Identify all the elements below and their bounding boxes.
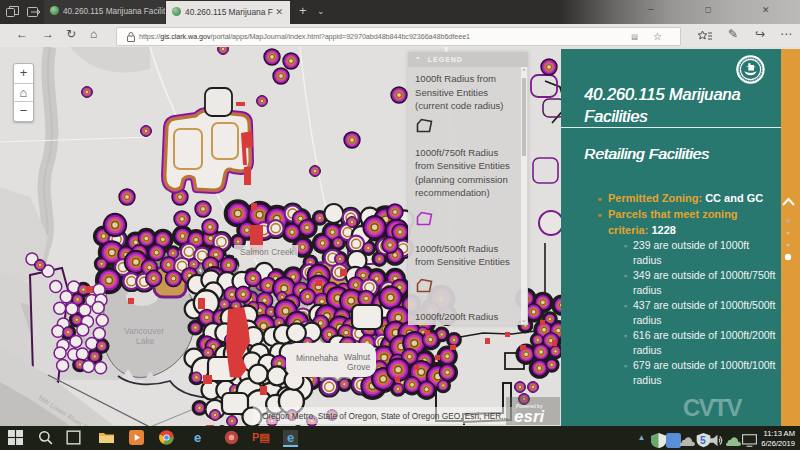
- svg-text:Vancouver: Vancouver: [124, 326, 164, 336]
- svg-text:Minnehaha: Minnehaha: [296, 353, 338, 363]
- svg-text:Oregon Metro, State of Oregon,: Oregon Metro, State of Oregon, State of …: [262, 411, 508, 421]
- svg-text:Lake: Lake: [136, 336, 155, 346]
- svg-text:esri: esri: [514, 407, 546, 426]
- svg-text:Walnut: Walnut: [344, 352, 371, 362]
- svg-text:Grove: Grove: [347, 362, 370, 372]
- svg-text:Salmon Creek: Salmon Creek: [240, 247, 295, 257]
- svg-text:5: 5: [700, 435, 706, 446]
